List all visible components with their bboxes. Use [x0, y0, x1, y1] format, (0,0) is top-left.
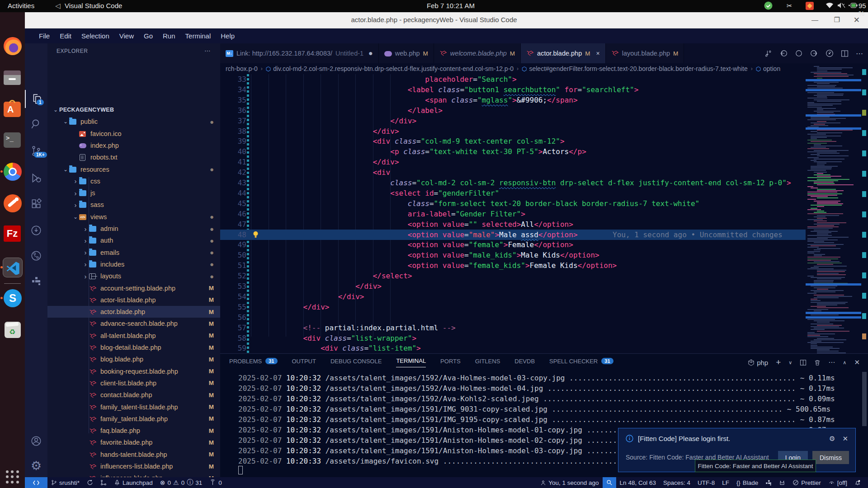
show-applications-button[interactable] — [6, 470, 19, 484]
tree-item-influencers-list.blade.php[interactable]: influencers-list.blade.phpM — [47, 460, 220, 472]
statusbar-sync[interactable] — [83, 477, 97, 488]
close-tab-icon[interactable]: × — [596, 50, 599, 57]
dock-vscode[interactable] — [4, 258, 22, 277]
statusbar-devdb[interactable] — [762, 477, 775, 488]
tree-item-layouts[interactable]: ›layouts● — [47, 270, 220, 282]
tree-item-account-setting.blade.php[interactable]: account-setting.blade.phpM — [47, 282, 220, 294]
compare-changes-icon[interactable] — [764, 50, 772, 57]
restore-button[interactable]: ❐ — [834, 16, 840, 24]
activitybar-settings-icon[interactable]: ⚙ — [25, 457, 47, 475]
menu-terminal[interactable]: Terminal — [180, 32, 216, 40]
tree-item-public[interactable]: ⌄public● — [47, 116, 220, 127]
tree-item-actor.blade.php[interactable]: actor.blade.phpM — [47, 306, 220, 318]
notification-settings-icon[interactable]: ⚙ — [829, 435, 835, 443]
tab-Link: http://165.232.187.64:8083/[interactable]: M↓Link: http://165.232.187.64:8083/Untit… — [220, 43, 379, 63]
menu-file[interactable]: File — [34, 32, 55, 40]
breadcrumb-item[interactable]: ⬡select#genderFilter.form-select.text-20… — [522, 65, 748, 72]
tree-item-booking-request.blade.php[interactable]: booking-request.blade.phpM — [47, 366, 220, 377]
activitybar-devdb-icon[interactable] — [25, 272, 47, 290]
panel-tab-debug-console[interactable]: DEBUG CONSOLE — [330, 358, 382, 367]
tree-item-index.php[interactable]: index.php — [47, 140, 220, 151]
tree-item-auth[interactable]: ›auth● — [47, 235, 220, 246]
minimize-button[interactable]: — — [811, 16, 818, 23]
nav-back-icon[interactable] — [779, 49, 788, 57]
panel-more-icon[interactable]: ⋯ — [828, 358, 835, 366]
tree-item-resources[interactable]: ⌄resources● — [47, 164, 220, 175]
tree-item-all-talent.blade.php[interactable]: all-talent.blade.phpM — [47, 330, 220, 342]
statusbar-launchpad[interactable]: Launchpad — [110, 477, 156, 488]
tree-item-robots.txt[interactable]: robots.txt — [47, 151, 220, 163]
dock-chrome[interactable] — [4, 163, 22, 181]
statusbar-eol[interactable]: LF — [718, 477, 733, 488]
statusbar-ports[interactable]: 0 — [206, 477, 226, 488]
panel-tab-devdb[interactable]: DEVDB — [514, 358, 535, 367]
split-terminal-icon[interactable] — [800, 359, 807, 366]
new-terminal-icon[interactable]: + — [776, 357, 781, 367]
notification-close-icon[interactable]: ✕ — [842, 435, 848, 443]
tab-welcome.blade.php[interactable]: welcome.blade.phpM — [434, 43, 521, 63]
activities-button[interactable]: Activities — [8, 2, 34, 9]
topbar-app-name[interactable]: Visual Studio Code — [65, 2, 122, 9]
activitybar-explorer-icon[interactable] — [25, 90, 47, 108]
menu-edit[interactable]: Edit — [55, 32, 76, 40]
statusbar-remote[interactable] — [25, 477, 47, 488]
tree-item-css[interactable]: ›css — [47, 175, 220, 187]
activitybar-extensions-icon[interactable] — [25, 195, 47, 213]
tree-item-includes[interactable]: ›includes● — [47, 258, 220, 270]
tree-item-influencers.blade.php[interactable]: influencers.blade.phpM — [47, 472, 220, 477]
tree-item-favicon.ico[interactable]: favicon.ico — [47, 128, 220, 140]
statusbar-gitlens-blame[interactable]: You, 1 second ago — [537, 477, 602, 488]
statusbar-language-mode[interactable]: {}Blade — [733, 477, 762, 488]
terminal-dropdown-icon[interactable]: ∨ — [788, 360, 792, 366]
code-editor[interactable]: 33 placeholder="Search">34 <label class=… — [220, 74, 868, 353]
tree-item-views[interactable]: ⌄</>views● — [47, 211, 220, 223]
activitybar-gitlens-icon[interactable] — [25, 247, 47, 265]
run-code-icon[interactable] — [826, 49, 834, 57]
tree-item-favorite.blade.php[interactable]: favorite.blade.phpM — [47, 436, 220, 448]
statusbar-notifications-bell[interactable] — [851, 477, 864, 488]
dock-filezilla[interactable]: Fz — [4, 225, 22, 243]
nav-forward-icon[interactable] — [810, 49, 818, 57]
statusbar-branch[interactable]: srushti* — [47, 477, 83, 488]
tree-item-emails[interactable]: ›emails● — [47, 247, 220, 258]
activitybar-account-icon[interactable] — [25, 432, 47, 450]
split-editor-icon[interactable] — [841, 50, 849, 57]
tree-item-blog-detail.blade.php[interactable]: blog-detail.blade.phpM — [47, 342, 220, 353]
breadcrumb-item[interactable]: rch-box.p-0 — [226, 65, 258, 72]
tree-item-sass[interactable]: ›sass — [47, 199, 220, 211]
tree-item-blog.blade.php[interactable]: blog.blade.phpM — [47, 353, 220, 365]
dock-trash[interactable]: ♻ — [4, 321, 22, 339]
breadcrumb-item[interactable]: ⬡option — [756, 65, 781, 72]
tree-item-js[interactable]: ›js — [47, 187, 220, 199]
dock-firefox[interactable] — [4, 37, 22, 55]
nav-circle-icon[interactable] — [795, 49, 803, 57]
clock[interactable]: Feb 7 10:21 AM — [427, 2, 475, 9]
tree-item-advance-search.blade.php[interactable]: advance-search.blade.phpM — [47, 318, 220, 329]
menu-help[interactable]: Help — [216, 32, 240, 40]
statusbar-cursor-position[interactable]: Ln 48, Col 63 — [616, 477, 660, 488]
activitybar-search-icon[interactable] — [25, 115, 47, 133]
statusbar-prettier[interactable]: Prettier — [789, 477, 825, 488]
tab-web.php[interactable]: web.phpM — [379, 43, 434, 63]
tree-item-family_talent-list.blade.php[interactable]: family_talent-list.blade.phpM — [47, 401, 220, 413]
tree-item-actor-list.blade.php[interactable]: actor-list.blade.phpM — [47, 294, 220, 306]
statusbar-fitten-toggle[interactable]: [off] — [825, 477, 851, 488]
menu-run[interactable]: Run — [158, 32, 180, 40]
tab-layout.blade.php[interactable]: layout.blade.phpM — [606, 43, 684, 63]
tree-item-hands-talent.blade.php[interactable]: hands-talent.blade.phpM — [47, 449, 220, 460]
menu-view[interactable]: View — [114, 32, 139, 40]
panel-tab-spell-checker[interactable]: SPELL CHECKER31 — [549, 358, 613, 367]
menu-go[interactable]: Go — [139, 32, 158, 40]
tree-item-faq.blade.php[interactable]: faq.blade.phpM — [47, 425, 220, 436]
maximize-panel-icon[interactable]: ∧ — [843, 360, 846, 366]
dock-ubuntu-software[interactable]: A — [4, 100, 22, 118]
menu-selection[interactable]: Selection — [76, 32, 114, 40]
panel-tab-ports[interactable]: PORTS — [440, 358, 461, 367]
tree-item-contact.blade.php[interactable]: contact.blade.phpM — [47, 389, 220, 401]
terminal-scrollbar[interactable] — [862, 372, 867, 426]
panel-tab-problems[interactable]: PROBLEMS31 — [229, 358, 278, 367]
kill-terminal-icon[interactable] — [814, 359, 821, 366]
tree-item-admin[interactable]: ›admin● — [47, 223, 220, 235]
dock-skype[interactable]: S — [4, 289, 22, 307]
terminal-shell-label[interactable]: php — [748, 359, 768, 366]
